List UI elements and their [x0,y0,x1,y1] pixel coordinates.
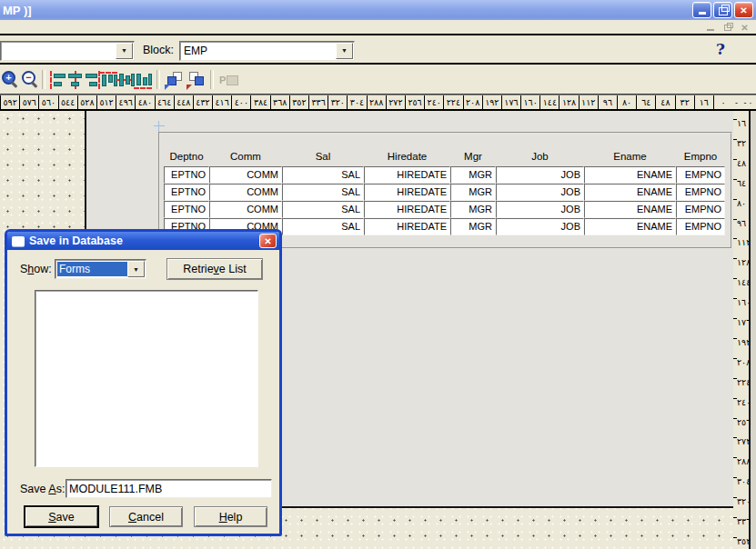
layout-toolbar: P [0,65,756,95]
ruler-label: ١١٢ [579,95,598,109]
field-item-deptno[interactable]: EPTNO [164,166,209,184]
chevron-down-icon[interactable]: ▼ [127,261,145,277]
ruler-label: ٤٩٦ [116,95,135,109]
minimize-icon [699,12,706,15]
ruler-label: ٥٦٠ [38,95,57,109]
ruler-label: ١٢٨ [559,95,578,109]
column-header: Sal [282,151,364,162]
ruler-label: ٢٨٨ [367,95,386,109]
align-bottom-icon[interactable] [133,70,153,90]
field-item-hiredate[interactable]: HIREDATE [364,201,450,218]
zoom-out-icon[interactable] [21,70,41,90]
dialog-titlebar[interactable]: Save in Database ✕ [7,232,279,250]
field-item-mgr[interactable]: MGR [450,218,496,235]
ruler-label: ٤٠٠ [231,95,250,109]
field-item-empno[interactable]: EMPNO [676,166,725,184]
field-item-comm[interactable]: COMM [209,201,282,218]
ruler-label: ٣٦٨ [270,95,289,109]
field-item-deptno[interactable]: EPTNO [164,184,209,201]
column-header: Hiredate [364,151,450,162]
field-item-ename[interactable]: ENAME [584,218,676,235]
ruler-label: ٣٢ [737,139,746,148]
field-item-sal[interactable]: SAL [282,218,364,235]
field-item-sal[interactable]: SAL [282,166,364,184]
close-icon: ✕ [740,5,747,15]
ruler-label: ٥١٢ [96,95,116,109]
field-item-empno[interactable]: EMPNO [676,201,725,218]
ruler-label: ٨٠ [617,95,636,109]
retrieve-list-button[interactable]: Retrieve List [166,258,263,280]
field-item-job[interactable]: JOB [496,184,584,201]
ruler-label: ٢٧٢ [386,95,405,109]
chevron-down-icon[interactable]: ▼ [116,43,133,59]
cancel-button[interactable]: Cancel [109,506,183,527]
dialog-close-button[interactable]: ✕ [259,234,277,248]
field-item-job[interactable]: JOB [496,166,584,184]
zoom-in-icon[interactable] [1,70,21,90]
field-item-ename[interactable]: ENAME [584,201,676,218]
ruler-label: ٤٨ [655,95,674,109]
restore-button[interactable] [713,2,732,18]
bring-to-front-icon[interactable] [165,70,185,90]
mdi-row: ✕ [0,20,756,35]
show-combobox[interactable]: Forms ▼ [55,259,146,279]
close-icon: ✕ [741,23,748,33]
mdi-close-button[interactable]: ✕ [739,22,751,33]
field-item-comm[interactable]: COMM [209,166,282,184]
ruler-label: ٢٧٢ [737,437,751,446]
ruler-label: ٣٥٢ [289,95,308,109]
field-item-empno[interactable]: EMPNO [676,184,725,201]
vertical-ruler: ١٦٣٢٤٨٦٤٨٠٩٦١١٢١٢٨١٤٤١٦٠١٧٦١٩٢٢٠٨٢٢٤٢٤٠٢… [733,111,751,549]
ruler-label: ٥٤٤ [58,95,77,109]
ruler-label: ٢٥٦ [737,418,751,427]
ruler-label: ١٩٢ [737,338,751,347]
canvas-combobox[interactable]: ▼ [0,41,135,61]
field-item-mgr[interactable]: MGR [450,184,496,201]
help-icon[interactable]: ? [716,40,725,58]
ruler-label: ٢٢٤ [737,378,751,387]
field-item-job[interactable]: JOB [496,201,584,218]
chevron-down-icon[interactable]: ▼ [336,43,353,59]
ruler-label: ١٤٤ [737,278,751,287]
ruler-label: ٣٢٠ [328,95,347,109]
field-item-mgr[interactable]: MGR [450,166,496,184]
field-item-ename[interactable]: ENAME [584,166,676,184]
ruler-label: ١٤٤ [539,95,559,109]
toolbar-separator [42,70,45,89]
ruler-label: ٩٦ [598,95,617,109]
save-as-input[interactable] [66,479,272,498]
column-header: Empno [676,151,725,162]
save-button[interactable]: Save [25,506,98,527]
column-header: Deptno [164,151,209,162]
field-item-comm[interactable]: COMM [209,184,282,201]
help-button[interactable]: Help [194,506,267,527]
module-listbox[interactable] [35,290,258,467]
send-to-back-icon[interactable] [186,70,207,90]
window-titlebar: MP )] ✕ [0,0,756,20]
field-item-hiredate[interactable]: HIREDATE [364,218,450,235]
ruler-corner: - -٠ [733,95,756,111]
ruler-label: ٣٢ [675,95,694,109]
close-button[interactable]: ✕ [734,2,753,18]
field-item-empno[interactable]: EMPNO [676,218,725,235]
block-combobox[interactable]: EMP ▼ [179,41,355,61]
minimize-button[interactable] [692,2,711,18]
field-item-job[interactable]: JOB [496,218,584,235]
ruler-label: ١٦٠ [737,298,751,307]
field-item-hiredate[interactable]: HIREDATE [364,184,450,201]
context-bar: ▼ Block: EMP ▼ ? [0,35,756,65]
ruler-label: ٣٣٦ [737,517,751,526]
ruler-label: ٢٤٠ [737,398,751,407]
column-header: Job [496,151,584,162]
mdi-restore-button[interactable] [721,22,733,33]
field-item-sal[interactable]: SAL [282,201,364,218]
field-item-ename[interactable]: ENAME [584,184,676,201]
minimize-icon [707,29,714,31]
field-item-hiredate[interactable]: HIREDATE [364,166,450,184]
field-item-deptno[interactable]: EPTNO [164,201,209,218]
field-item-sal[interactable]: SAL [282,184,364,201]
block-combobox-value: EMP [184,42,336,60]
field-item-mgr[interactable]: MGR [450,201,496,218]
ruler-label: ٣٢٠ [737,497,751,506]
mdi-minimize-button[interactable] [704,22,716,33]
